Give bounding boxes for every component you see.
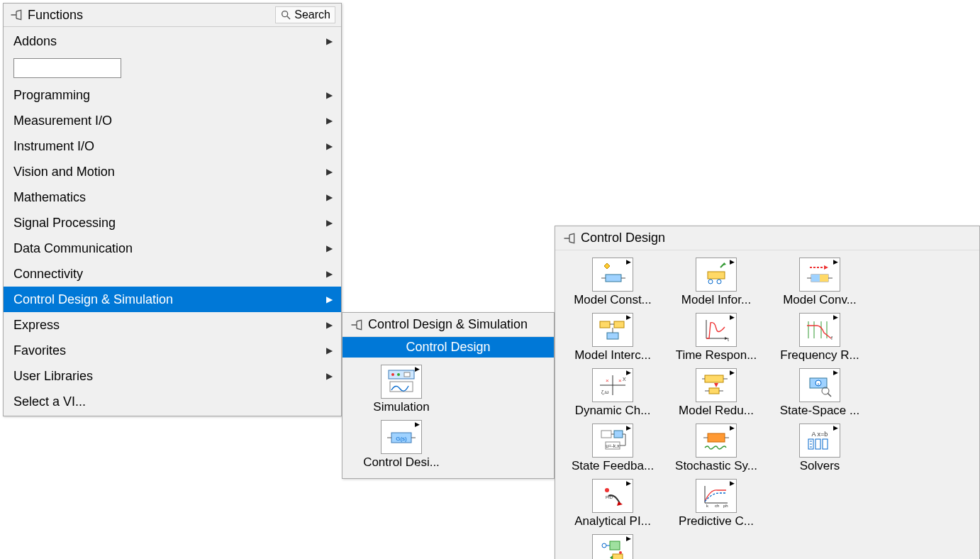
svg-text:ζ,ω: ζ,ω xyxy=(601,389,609,395)
subpalette-header: Control Design xyxy=(555,226,979,250)
menu-item-favorites[interactable]: Favorites▶ xyxy=(4,338,341,363)
icon-model-interconnection[interactable]: ▶ Model Interc... xyxy=(561,310,664,365)
icon-time-response[interactable]: ▶ t Time Respon... xyxy=(664,310,768,365)
pin-icon[interactable] xyxy=(562,231,577,245)
svg-rect-57 xyxy=(601,431,611,438)
icon-state-space[interactable]: ▶ x State-Space ... xyxy=(768,365,872,421)
svg-text:k: k xyxy=(706,504,709,508)
menu-item-programming[interactable]: Programming▶ xyxy=(4,82,341,108)
svg-rect-84 xyxy=(613,554,623,559)
svg-rect-45 xyxy=(705,375,723,382)
chevron-right-icon: ▶ xyxy=(728,258,736,265)
chevron-right-icon: ▶ xyxy=(326,320,333,330)
chevron-right-icon: ▶ xyxy=(326,36,333,46)
chevron-right-icon: ▶ xyxy=(728,424,736,431)
menu-item-data-communication[interactable]: Data Communication▶ xyxy=(4,236,341,261)
input-slot xyxy=(4,54,341,82)
menu-item-measurement-io[interactable]: Measurement I/O▶ xyxy=(4,108,341,133)
svg-point-4 xyxy=(397,373,400,376)
chevron-right-icon: ▶ xyxy=(625,314,633,321)
menu-item-signal-processing[interactable]: Signal Processing▶ xyxy=(4,210,341,236)
svg-marker-85 xyxy=(610,555,613,559)
menu-item-express[interactable]: Express▶ xyxy=(4,312,341,338)
svg-text:ph: ph xyxy=(723,504,728,508)
subpalette-title: Control Design xyxy=(581,231,665,245)
chevron-right-icon: ▶ xyxy=(625,258,633,265)
svg-rect-14 xyxy=(708,272,725,279)
palette-header: Functions Search xyxy=(4,4,341,27)
menu-item-mathematics[interactable]: Mathematics▶ xyxy=(4,184,341,210)
icon-model-construction[interactable]: ▶ Model Const... xyxy=(561,255,664,310)
functions-menu: Addons▶ Programming▶ Measurement I/O▶ In… xyxy=(4,27,341,416)
chevron-right-icon: ▶ xyxy=(728,480,736,487)
icon-state-feedback[interactable]: ▶ u=-k.x State Feedba... xyxy=(561,421,664,476)
pin-icon[interactable] xyxy=(350,318,364,332)
svg-text:×: × xyxy=(606,377,609,384)
icon-frequency-response[interactable]: ▶ f Frequency R... xyxy=(768,310,872,365)
svg-text:ch: ch xyxy=(715,504,719,508)
chevron-right-icon: ▶ xyxy=(728,369,736,376)
subpalette-cds: Control Design & Simulation Control Desi… xyxy=(342,312,555,479)
icon-solvers[interactable]: ▶ A x=b Solvers xyxy=(768,421,872,476)
svg-rect-21 xyxy=(811,275,820,282)
svg-text:f: f xyxy=(831,336,833,341)
svg-rect-25 xyxy=(600,321,610,328)
svg-text:A x=b: A x=b xyxy=(812,431,828,438)
svg-rect-63 xyxy=(708,433,725,442)
chevron-right-icon: ▶ xyxy=(832,369,840,376)
chevron-right-icon: ▶ xyxy=(326,192,333,202)
svg-rect-27 xyxy=(607,333,618,339)
palette-input[interactable] xyxy=(13,58,121,78)
chevron-right-icon: ▶ xyxy=(326,116,333,126)
icon-model-conversion[interactable]: ▶ Model Conv... xyxy=(768,255,872,310)
svg-point-16 xyxy=(708,280,713,284)
chevron-right-icon: ▶ xyxy=(326,90,333,100)
chevron-right-icon: ▶ xyxy=(326,141,333,151)
chevron-right-icon: ▶ xyxy=(326,218,333,228)
icon-stochastic-systems[interactable]: ▶ Stochastic Sy... xyxy=(664,421,768,476)
svg-text:G(s): G(s) xyxy=(396,436,407,442)
svg-rect-46 xyxy=(709,388,719,394)
icon-model-reduction[interactable]: ▶ Model Redu... xyxy=(664,365,768,421)
subpalette-header: Control Design & Simulation xyxy=(343,313,554,337)
menu-item-connectivity[interactable]: Connectivity▶ xyxy=(4,261,341,287)
chevron-right-icon: ▶ xyxy=(832,314,840,321)
menu-item-user-libraries[interactable]: User Libraries▶ xyxy=(4,363,341,389)
chevron-right-icon: ▶ xyxy=(326,294,333,304)
icon-implementation[interactable]: ▶ Implementat... xyxy=(561,531,664,559)
svg-point-82 xyxy=(602,543,606,548)
svg-line-1 xyxy=(287,16,290,19)
chevron-right-icon: ▶ xyxy=(413,421,421,428)
search-button[interactable]: Search xyxy=(275,6,335,23)
chevron-right-icon: ▶ xyxy=(728,314,736,321)
svg-rect-58 xyxy=(614,431,623,438)
menu-item-instrument-io[interactable]: Instrument I/O▶ xyxy=(4,133,341,159)
subpalette-highlight[interactable]: Control Design xyxy=(343,337,554,358)
icon-analytical-pid[interactable]: ▶ PID Analytical PI... xyxy=(561,476,664,531)
icon-control-design[interactable]: ▶ G(s) Control Desi... xyxy=(348,417,455,472)
icon-simulation[interactable]: ▶ Simulation xyxy=(348,362,455,417)
menu-item-control-design-simulation[interactable]: Control Design & Simulation▶ xyxy=(4,287,341,312)
icon-model-information[interactable]: ▶ Model Infor... xyxy=(664,255,768,310)
svg-text:x: x xyxy=(818,382,820,386)
search-icon xyxy=(280,9,291,21)
svg-text:t: t xyxy=(728,337,729,342)
svg-rect-81 xyxy=(610,541,620,550)
menu-item-select-vi[interactable]: Select a VI... xyxy=(4,389,341,414)
chevron-right-icon: ▶ xyxy=(326,243,333,253)
chevron-right-icon: ▶ xyxy=(625,424,633,431)
control-design-grid: ▶ Model Const... ▶ Model Infor... ▶ Mode… xyxy=(555,250,979,559)
chevron-right-icon: ▶ xyxy=(832,424,840,431)
svg-point-73 xyxy=(605,488,609,492)
menu-item-vision-motion[interactable]: Vision and Motion▶ xyxy=(4,159,341,184)
search-label: Search xyxy=(294,9,330,21)
icon-dynamic-characteristics[interactable]: ▶ ××ζ,ωX Dynamic Ch... xyxy=(561,365,664,421)
svg-rect-26 xyxy=(614,321,624,328)
menu-item-addons[interactable]: Addons▶ xyxy=(4,28,341,54)
subpalette-grid: ▶ Simulation ▶ G(s) Control Desi... xyxy=(343,358,554,478)
chevron-right-icon: ▶ xyxy=(625,535,633,542)
chevron-right-icon: ▶ xyxy=(413,365,421,372)
pin-icon[interactable] xyxy=(9,8,23,22)
svg-marker-47 xyxy=(714,383,718,387)
icon-predictive-control[interactable]: ▶ kchph Predictive C... xyxy=(664,476,768,531)
